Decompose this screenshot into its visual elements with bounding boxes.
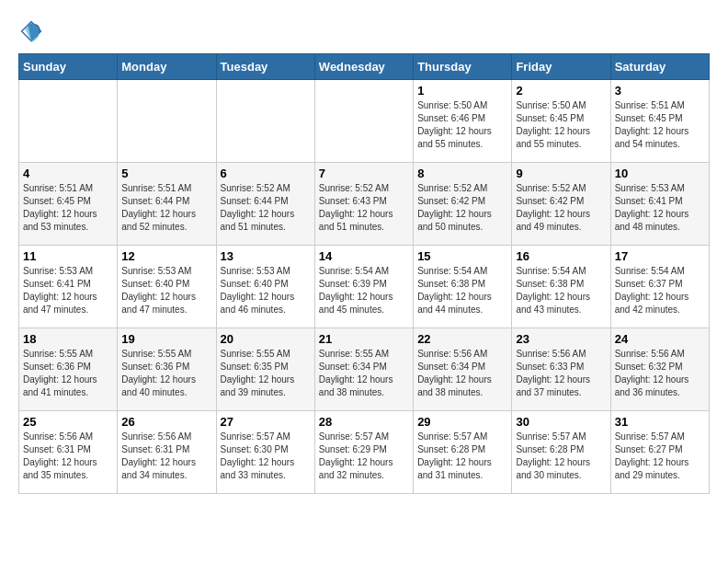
- calendar-cell: 30Sunrise: 5:57 AM Sunset: 6:28 PM Dayli…: [512, 411, 610, 494]
- day-info: Sunrise: 5:56 AM Sunset: 6:32 PM Dayligh…: [615, 348, 705, 399]
- calendar-cell: 15Sunrise: 5:54 AM Sunset: 6:38 PM Dayli…: [414, 246, 512, 328]
- day-info: Sunrise: 5:57 AM Sunset: 6:30 PM Dayligh…: [221, 431, 311, 482]
- weekday-header-saturday: Saturday: [610, 54, 709, 80]
- day-number: 20: [221, 332, 311, 346]
- calendar-cell: 28Sunrise: 5:57 AM Sunset: 6:29 PM Dayli…: [314, 411, 413, 494]
- day-number: 27: [221, 415, 311, 429]
- calendar-cell: 9Sunrise: 5:52 AM Sunset: 6:42 PM Daylig…: [512, 163, 610, 246]
- day-number: 6: [221, 167, 311, 180]
- calendar-cell: 24Sunrise: 5:56 AM Sunset: 6:32 PM Dayli…: [610, 328, 709, 411]
- day-number: 29: [417, 415, 507, 429]
- calendar-cell: 14Sunrise: 5:54 AM Sunset: 6:39 PM Dayli…: [314, 246, 413, 328]
- calendar-cell: 31Sunrise: 5:57 AM Sunset: 6:27 PM Dayli…: [610, 411, 709, 494]
- logo: [18, 18, 48, 44]
- calendar-cell: 10Sunrise: 5:53 AM Sunset: 6:41 PM Dayli…: [610, 163, 709, 246]
- logo-icon: [18, 18, 44, 44]
- day-info: Sunrise: 5:54 AM Sunset: 6:37 PM Dayligh…: [615, 265, 705, 316]
- weekday-header-monday: Monday: [118, 54, 216, 80]
- day-info: Sunrise: 5:52 AM Sunset: 6:42 PM Dayligh…: [417, 182, 507, 234]
- day-info: Sunrise: 5:50 AM Sunset: 6:46 PM Dayligh…: [417, 99, 507, 151]
- day-info: Sunrise: 5:57 AM Sunset: 6:28 PM Dayligh…: [417, 431, 507, 482]
- day-info: Sunrise: 5:53 AM Sunset: 6:41 PM Dayligh…: [615, 182, 705, 234]
- day-info: Sunrise: 5:54 AM Sunset: 6:39 PM Dayligh…: [319, 265, 409, 316]
- day-info: Sunrise: 5:50 AM Sunset: 6:45 PM Dayligh…: [516, 99, 606, 151]
- header-row: SundayMondayTuesdayWednesdayThursdayFrid…: [19, 54, 710, 80]
- day-info: Sunrise: 5:55 AM Sunset: 6:34 PM Dayligh…: [319, 348, 409, 399]
- day-number: 17: [615, 249, 705, 263]
- calendar-cell: 5Sunrise: 5:51 AM Sunset: 6:44 PM Daylig…: [118, 163, 216, 246]
- calendar-cell: 23Sunrise: 5:56 AM Sunset: 6:33 PM Dayli…: [512, 328, 610, 411]
- calendar-week-row: 11Sunrise: 5:53 AM Sunset: 6:41 PM Dayli…: [19, 246, 710, 328]
- day-info: Sunrise: 5:56 AM Sunset: 6:34 PM Dayligh…: [417, 348, 507, 399]
- day-info: Sunrise: 5:51 AM Sunset: 6:44 PM Dayligh…: [121, 182, 211, 234]
- weekday-header-sunday: Sunday: [19, 54, 118, 80]
- calendar-week-row: 4Sunrise: 5:51 AM Sunset: 6:45 PM Daylig…: [19, 163, 710, 246]
- calendar-cell: 12Sunrise: 5:53 AM Sunset: 6:40 PM Dayli…: [118, 246, 216, 328]
- calendar-cell: 20Sunrise: 5:55 AM Sunset: 6:35 PM Dayli…: [216, 328, 314, 411]
- day-info: Sunrise: 5:55 AM Sunset: 6:36 PM Dayligh…: [121, 348, 211, 399]
- calendar-cell: 18Sunrise: 5:55 AM Sunset: 6:36 PM Dayli…: [19, 328, 118, 411]
- day-number: 12: [121, 249, 211, 263]
- day-info: Sunrise: 5:54 AM Sunset: 6:38 PM Dayligh…: [516, 265, 606, 316]
- day-info: Sunrise: 5:53 AM Sunset: 6:41 PM Dayligh…: [23, 265, 113, 316]
- calendar-table: SundayMondayTuesdayWednesdayThursdayFrid…: [18, 53, 710, 494]
- day-info: Sunrise: 5:55 AM Sunset: 6:35 PM Dayligh…: [221, 348, 311, 399]
- day-info: Sunrise: 5:52 AM Sunset: 6:43 PM Dayligh…: [319, 182, 409, 234]
- calendar-cell: 6Sunrise: 5:52 AM Sunset: 6:44 PM Daylig…: [216, 163, 314, 246]
- day-number: 1: [417, 84, 507, 98]
- day-info: Sunrise: 5:53 AM Sunset: 6:40 PM Dayligh…: [121, 265, 211, 316]
- day-number: 10: [615, 167, 705, 180]
- day-info: Sunrise: 5:57 AM Sunset: 6:29 PM Dayligh…: [319, 431, 409, 482]
- calendar-week-row: 18Sunrise: 5:55 AM Sunset: 6:36 PM Dayli…: [19, 328, 710, 411]
- weekday-header-thursday: Thursday: [414, 54, 512, 80]
- calendar-cell: [118, 80, 216, 163]
- day-number: 3: [615, 84, 705, 98]
- calendar-cell: 19Sunrise: 5:55 AM Sunset: 6:36 PM Dayli…: [118, 328, 216, 411]
- day-number: 14: [319, 249, 409, 263]
- calendar-cell: 2Sunrise: 5:50 AM Sunset: 6:45 PM Daylig…: [512, 80, 610, 163]
- day-info: Sunrise: 5:56 AM Sunset: 6:31 PM Dayligh…: [23, 431, 113, 482]
- day-number: 9: [516, 167, 606, 180]
- day-number: 13: [221, 249, 311, 263]
- weekday-header-wednesday: Wednesday: [314, 54, 413, 80]
- day-number: 2: [516, 84, 606, 98]
- calendar-cell: 11Sunrise: 5:53 AM Sunset: 6:41 PM Dayli…: [19, 246, 118, 328]
- day-info: Sunrise: 5:55 AM Sunset: 6:36 PM Dayligh…: [23, 348, 113, 399]
- day-info: Sunrise: 5:57 AM Sunset: 6:28 PM Dayligh…: [516, 431, 606, 482]
- day-info: Sunrise: 5:53 AM Sunset: 6:40 PM Dayligh…: [221, 265, 311, 316]
- day-number: 30: [516, 415, 606, 429]
- calendar-cell: 25Sunrise: 5:56 AM Sunset: 6:31 PM Dayli…: [19, 411, 118, 494]
- calendar-cell: 3Sunrise: 5:51 AM Sunset: 6:45 PM Daylig…: [610, 80, 709, 163]
- day-info: Sunrise: 5:56 AM Sunset: 6:33 PM Dayligh…: [516, 348, 606, 399]
- weekday-header-tuesday: Tuesday: [216, 54, 314, 80]
- day-info: Sunrise: 5:54 AM Sunset: 6:38 PM Dayligh…: [417, 265, 507, 316]
- day-number: 25: [23, 415, 113, 429]
- day-info: Sunrise: 5:52 AM Sunset: 6:42 PM Dayligh…: [516, 182, 606, 234]
- day-info: Sunrise: 5:56 AM Sunset: 6:31 PM Dayligh…: [121, 431, 211, 482]
- day-number: 5: [121, 167, 211, 180]
- day-number: 7: [319, 167, 409, 180]
- calendar-cell: [216, 80, 314, 163]
- day-number: 15: [417, 249, 507, 263]
- page-header: [18, 18, 710, 44]
- calendar-cell: 16Sunrise: 5:54 AM Sunset: 6:38 PM Dayli…: [512, 246, 610, 328]
- calendar-cell: 4Sunrise: 5:51 AM Sunset: 6:45 PM Daylig…: [19, 163, 118, 246]
- calendar-cell: 27Sunrise: 5:57 AM Sunset: 6:30 PM Dayli…: [216, 411, 314, 494]
- calendar-cell: 7Sunrise: 5:52 AM Sunset: 6:43 PM Daylig…: [314, 163, 413, 246]
- day-info: Sunrise: 5:52 AM Sunset: 6:44 PM Dayligh…: [221, 182, 311, 234]
- day-info: Sunrise: 5:51 AM Sunset: 6:45 PM Dayligh…: [23, 182, 113, 234]
- calendar-cell: 17Sunrise: 5:54 AM Sunset: 6:37 PM Dayli…: [610, 246, 709, 328]
- day-number: 8: [417, 167, 507, 180]
- day-number: 23: [516, 332, 606, 346]
- day-number: 21: [319, 332, 409, 346]
- calendar-cell: 22Sunrise: 5:56 AM Sunset: 6:34 PM Dayli…: [414, 328, 512, 411]
- calendar-week-row: 25Sunrise: 5:56 AM Sunset: 6:31 PM Dayli…: [19, 411, 710, 494]
- calendar-cell: 13Sunrise: 5:53 AM Sunset: 6:40 PM Dayli…: [216, 246, 314, 328]
- day-number: 28: [319, 415, 409, 429]
- day-number: 22: [417, 332, 507, 346]
- day-number: 24: [615, 332, 705, 346]
- calendar-cell: [19, 80, 118, 163]
- day-info: Sunrise: 5:51 AM Sunset: 6:45 PM Dayligh…: [615, 99, 705, 151]
- weekday-header-friday: Friday: [512, 54, 610, 80]
- calendar-cell: 26Sunrise: 5:56 AM Sunset: 6:31 PM Dayli…: [118, 411, 216, 494]
